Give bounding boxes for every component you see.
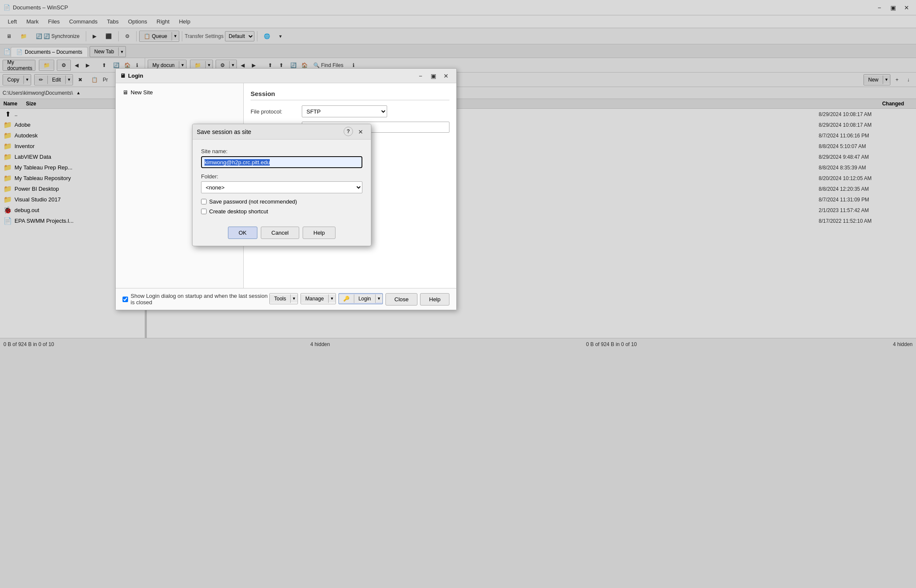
manage-label: Manage xyxy=(301,294,328,303)
login-button[interactable]: 🔑 Login ▾ xyxy=(338,293,383,304)
save-title-controls: ? ✕ xyxy=(344,127,367,137)
save-password-label[interactable]: Save password (not recommended) xyxy=(209,198,297,205)
desktop-shortcut-row: Create desktop shortcut xyxy=(201,208,362,215)
show-login-label[interactable]: Show Login dialog on startup and when th… xyxy=(131,293,269,306)
help-button[interactable]: Help xyxy=(303,227,335,239)
new-site-icon: 🖥 xyxy=(123,89,128,96)
save-close-btn[interactable]: ✕ xyxy=(355,127,367,137)
ok-button[interactable]: OK xyxy=(228,227,257,239)
new-site-label: New Site xyxy=(131,89,153,96)
save-session-dialog: Save session as site ? ✕ Site name: Fold… xyxy=(192,124,371,246)
save-password-checkbox[interactable] xyxy=(201,199,207,204)
login-footer: Show Login dialog on startup and when th… xyxy=(116,288,456,310)
site-name-input[interactable] xyxy=(201,156,362,168)
close-button[interactable]: Close xyxy=(385,293,417,306)
login-label: Login xyxy=(354,294,376,303)
save-help-btn[interactable]: ? xyxy=(344,127,353,136)
show-login-text: Show Login dialog on startup and when th… xyxy=(131,293,269,306)
new-site-item[interactable]: 🖥 New Site xyxy=(119,87,240,98)
show-login-checkbox-row: Show Login dialog on startup and when th… xyxy=(123,293,269,306)
login-maximize-btn[interactable]: ▣ xyxy=(427,71,439,81)
login-footer-buttons: Tools ▾ Manage ▾ 🔑 Login ▾ Close Help xyxy=(269,293,449,306)
help-button[interactable]: Help xyxy=(420,293,449,306)
session-label: Session xyxy=(251,90,449,100)
folder-label: Folder: xyxy=(201,173,362,180)
login-dialog-title: Login xyxy=(128,73,143,79)
desktop-shortcut-checkbox[interactable] xyxy=(201,209,207,214)
login-title-bar: 🖥 Login − ▣ ✕ xyxy=(116,69,456,83)
manage-button[interactable]: Manage ▾ xyxy=(300,293,335,304)
save-dialog-footer: OK Cancel Help xyxy=(193,222,371,246)
tools-arrow[interactable]: ▾ xyxy=(291,294,298,303)
login-dialog-icon: 🖥 xyxy=(120,73,125,79)
cancel-button[interactable]: Cancel xyxy=(261,227,299,239)
file-protocol-select[interactable]: SFTP FTP SCP xyxy=(302,105,387,117)
folder-select-row: Folder: <none> xyxy=(201,173,362,193)
login-title-left: 🖥 Login xyxy=(120,73,143,79)
save-dialog-body: Site name: Folder: <none> Save password … xyxy=(193,140,371,222)
show-login-checkbox[interactable] xyxy=(123,297,128,302)
tools-button[interactable]: Tools ▾ xyxy=(269,293,298,304)
login-title-controls: − ▣ ✕ xyxy=(414,71,452,81)
login-icon: 🔑 xyxy=(339,294,354,303)
login-minimize-btn[interactable]: − xyxy=(414,71,426,81)
save-title-bar: Save session as site ? ✕ xyxy=(193,124,371,140)
login-arrow[interactable]: ▾ xyxy=(376,294,382,303)
login-close-btn[interactable]: ✕ xyxy=(440,71,452,81)
manage-arrow[interactable]: ▾ xyxy=(329,294,335,303)
save-password-row: Save password (not recommended) xyxy=(201,198,362,205)
file-protocol-label: File protocol: xyxy=(251,108,298,115)
desktop-shortcut-label[interactable]: Create desktop shortcut xyxy=(209,208,268,215)
save-dialog-title: Save session as site xyxy=(197,128,251,135)
save-title-left: Save session as site xyxy=(197,128,251,135)
tools-label: Tools xyxy=(270,294,291,303)
file-protocol-row: File protocol: SFTP FTP SCP xyxy=(251,105,449,117)
site-name-label: Site name: xyxy=(201,148,362,154)
folder-select[interactable]: <none> xyxy=(201,181,362,193)
